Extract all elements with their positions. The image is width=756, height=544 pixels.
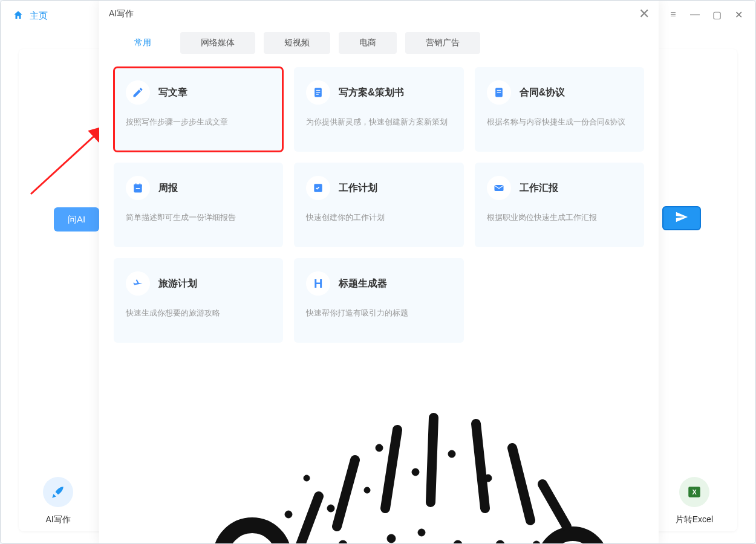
card-work-plan[interactable]: 工作计划 快速创建你的工作计划 — [294, 163, 463, 247]
send-button[interactable] — [662, 206, 701, 230]
svg-point-41 — [521, 493, 528, 500]
svg-text:X: X — [692, 488, 697, 496]
svg-rect-5 — [316, 92, 321, 92]
menu-icon[interactable]: ≡ — [662, 5, 684, 24]
card-write-article[interactable]: 写文章 按照写作步骤一步步生成文章 — [114, 67, 283, 152]
card-title: 合同&协议 — [520, 86, 565, 99]
modal-tabs: 常用 网络媒体 短视频 电商 营销广告 — [99, 27, 659, 61]
tab-common[interactable]: 常用 — [114, 32, 172, 54]
tab-label: 营销广告 — [426, 37, 460, 48]
tab-video[interactable]: 短视频 — [264, 32, 330, 54]
tile-ai-writing[interactable]: AI写作 — [43, 477, 73, 525]
home-tab[interactable]: 主页 — [13, 10, 48, 22]
svg-line-27 — [543, 484, 567, 526]
card-contract[interactable]: 合同&协议 根据名称与内容快捷生成一份合同&协议 — [475, 67, 644, 152]
home-icon — [13, 10, 24, 22]
svg-point-35 — [412, 468, 419, 476]
card-title: 写文章 — [158, 86, 187, 99]
checklist-icon — [306, 176, 330, 200]
card-desc: 为你提供新灵感，快速创建新方案新策划 — [306, 115, 451, 129]
ask-ai-label: 问AI — [68, 214, 85, 225]
card-desc: 简单描述即可生成一份详细报告 — [126, 211, 271, 224]
svg-line-25 — [476, 424, 485, 508]
svg-rect-4 — [316, 90, 321, 91]
svg-point-29 — [304, 475, 310, 481]
svg-rect-12 — [135, 184, 137, 186]
tile-label: 片转Excel — [676, 514, 713, 525]
svg-rect-11 — [134, 184, 142, 186]
card-title: 旅游计划 — [158, 277, 197, 290]
tab-ecom[interactable]: 电商 — [339, 32, 397, 54]
svg-point-19 — [544, 534, 602, 544]
tab-ads[interactable]: 营销广告 — [405, 32, 480, 54]
modal-close-button[interactable]: ✕ — [636, 5, 653, 22]
tile-img-excel[interactable]: X 片转Excel — [676, 477, 713, 525]
minimize-icon[interactable]: — — [684, 5, 706, 24]
excel-icon: X — [679, 477, 709, 507]
svg-point-28 — [285, 511, 292, 518]
card-proposal[interactable]: 写方案&策划书 为你提供新灵感，快速创建新方案新策划 — [294, 67, 463, 152]
tile-label: AI写作 — [45, 514, 70, 525]
svg-point-38 — [454, 540, 462, 544]
ai-writing-modal: AI写作 ✕ 常用 网络媒体 短视频 电商 营销广告 写文章 按照写作步骤一步步… — [99, 1, 659, 544]
tab-label: 短视频 — [284, 37, 310, 48]
card-travel-plan[interactable]: 旅游计划 快速生成你想要的旅游攻略 — [114, 258, 283, 343]
svg-point-34 — [387, 534, 396, 543]
tab-media[interactable]: 网络媒体 — [180, 32, 255, 54]
card-desc: 根据名称与内容快捷生成一份合同&协议 — [487, 115, 632, 129]
card-title: 标题生成器 — [339, 277, 387, 290]
window-controls: ≡ — ▢ ✕ — [662, 5, 749, 24]
svg-line-21 — [301, 496, 319, 544]
svg-point-17 — [221, 525, 284, 544]
document-icon — [306, 80, 330, 105]
card-desc: 根据职业岗位快速生成工作汇报 — [487, 211, 632, 224]
svg-rect-8 — [497, 90, 501, 91]
pen-icon — [126, 80, 150, 105]
svg-point-33 — [376, 444, 383, 452]
card-desc: 快速创建你的工作计划 — [306, 211, 451, 224]
svg-line-23 — [385, 430, 397, 508]
tab-label: 电商 — [359, 37, 376, 48]
svg-point-39 — [484, 474, 492, 482]
svg-line-24 — [431, 418, 434, 502]
svg-rect-9 — [497, 92, 501, 92]
svg-point-37 — [448, 450, 455, 458]
card-weekly-report[interactable]: 周报 简单描述即可生成一份详细报告 — [114, 163, 283, 247]
cards-grid: 写文章 按照写作步骤一步步生成文章 写方案&策划书 为你提供新灵感，快速创建新方… — [99, 61, 659, 349]
card-desc: 快速帮你打造有吸引力的标题 — [306, 306, 451, 320]
svg-rect-16 — [494, 185, 503, 191]
svg-point-32 — [364, 487, 370, 493]
svg-rect-6 — [316, 94, 319, 95]
card-title: 工作汇报 — [520, 182, 558, 195]
mail-icon — [487, 176, 511, 200]
send-icon — [675, 210, 688, 226]
card-work-report[interactable]: 工作汇报 根据职业岗位快速生成工作汇报 — [475, 163, 644, 247]
tab-label: 常用 — [134, 37, 151, 48]
card-title: 工作计划 — [339, 182, 377, 195]
maximize-icon[interactable]: ▢ — [706, 5, 728, 24]
svg-line-22 — [337, 460, 355, 526]
card-title: 周报 — [158, 182, 178, 195]
feather-icon — [43, 477, 73, 507]
card-desc: 按照写作步骤一步步生成文章 — [126, 115, 271, 129]
svg-point-43 — [533, 541, 540, 544]
card-title-generator[interactable]: H 标题生成器 快速帮你打造有吸引力的标题 — [294, 258, 463, 343]
home-label: 主页 — [30, 10, 48, 22]
contract-icon — [487, 80, 511, 105]
qr-decoration — [149, 387, 609, 544]
close-icon[interactable]: ✕ — [728, 5, 749, 24]
svg-point-30 — [327, 505, 334, 512]
tab-label: 网络媒体 — [201, 37, 235, 48]
card-desc: 快速生成你想要的旅游攻略 — [126, 306, 271, 320]
svg-point-40 — [496, 540, 504, 544]
svg-line-26 — [512, 448, 530, 520]
plane-icon — [126, 271, 150, 296]
svg-rect-13 — [140, 184, 141, 186]
svg-rect-14 — [136, 188, 140, 189]
close-icon: ✕ — [639, 6, 650, 22]
calendar-icon — [126, 176, 150, 200]
ask-ai-button[interactable]: 问AI — [54, 207, 99, 232]
svg-point-36 — [418, 529, 425, 536]
card-title: 写方案&策划书 — [339, 86, 404, 99]
svg-point-31 — [339, 540, 347, 544]
